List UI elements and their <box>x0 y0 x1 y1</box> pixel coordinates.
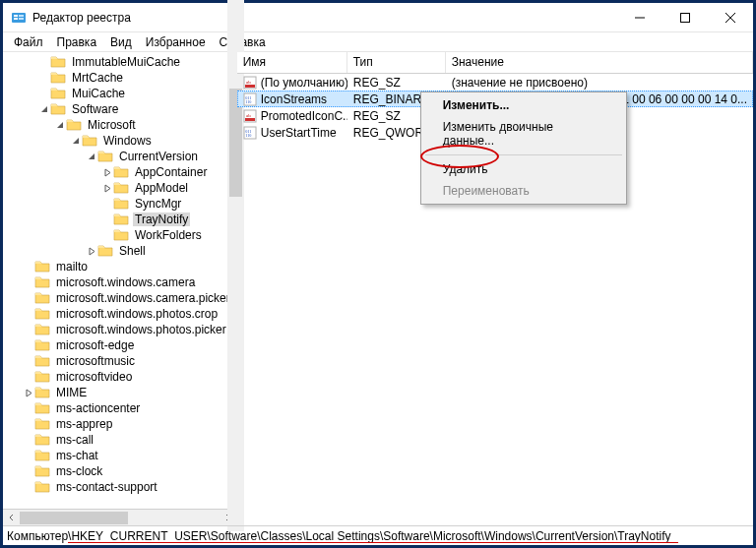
tree-item[interactable]: TrayNotify <box>3 212 236 227</box>
tree-item-label: Microsoft <box>86 118 138 132</box>
minimize-button[interactable] <box>617 3 662 32</box>
tree-item[interactable]: ImmutableMuiCache <box>3 54 236 70</box>
tree-item[interactable]: microsoft.windows.camera.picker <box>3 290 236 306</box>
folder-icon <box>34 337 54 354</box>
chevron-right-icon[interactable] <box>23 385 34 400</box>
tree-item-label: Shell <box>117 244 148 258</box>
tree-item-label: microsoft.windows.photos.crop <box>54 307 220 321</box>
tree-item[interactable]: AppModel <box>3 180 236 196</box>
annotation-underline <box>68 542 678 544</box>
tree-item[interactable]: MuiCache <box>3 86 236 101</box>
tree-hscrollbar[interactable] <box>3 509 236 525</box>
chevron-down-icon[interactable] <box>70 133 82 149</box>
titlebar: Редактор реестра <box>3 3 753 32</box>
folder-icon <box>34 306 54 323</box>
menu-view[interactable]: Вид <box>103 33 139 51</box>
col-type[interactable]: Тип <box>347 52 446 73</box>
tree-item[interactable]: mailto <box>3 259 236 274</box>
tree-item-label: ms-contact-support <box>54 480 159 494</box>
tree-item[interactable]: microsoft-edge <box>3 337 236 353</box>
tree-item[interactable]: Microsoft <box>3 117 236 133</box>
tree-item[interactable]: microsoftmusic <box>3 353 236 369</box>
body: ImmutableMuiCacheMrtCacheMuiCacheSoftwar… <box>3 52 753 525</box>
folder-icon <box>50 70 70 87</box>
folder-icon <box>34 400 54 417</box>
tree-item[interactable]: microsoftvideo <box>3 369 236 385</box>
tree-item[interactable]: ms-apprep <box>3 416 236 432</box>
registry-tree[interactable]: ImmutableMuiCacheMrtCacheMuiCacheSoftwar… <box>3 52 236 509</box>
value-row[interactable]: ab(По умолчанию)REG_SZ(значение не присв… <box>237 74 753 91</box>
window-title: Редактор реестра <box>32 11 617 25</box>
context-menu: Изменить...Изменить двоичные данные...Уд… <box>420 91 627 205</box>
folder-icon <box>113 180 133 197</box>
folder-icon <box>34 322 54 338</box>
twisty-none <box>23 463 34 479</box>
folder-icon <box>34 259 54 275</box>
tree-item[interactable]: CurrentVersion <box>3 149 236 164</box>
folder-icon <box>97 243 117 260</box>
menu-favorites[interactable]: Избранное <box>139 33 213 51</box>
chevron-down-icon[interactable] <box>54 117 66 133</box>
tree-item-label: microsoft.windows.camera.picker <box>54 291 232 305</box>
menu-edit[interactable]: Правка <box>50 33 104 51</box>
tree-item-label: MrtCache <box>70 71 125 85</box>
tree-item-label: AppModel <box>133 181 190 195</box>
values-pane: Имя Тип Значение ab(По умолчанию)REG_SZ(… <box>237 52 753 525</box>
tree-item[interactable]: ms-actioncenter <box>3 400 236 416</box>
folder-icon <box>113 196 133 213</box>
col-name[interactable]: Имя <box>237 52 347 73</box>
tree-item[interactable]: Shell <box>3 243 236 259</box>
tree-item[interactable]: MrtCache <box>3 70 236 86</box>
context-menu-item: Переименовать <box>423 180 624 202</box>
tree-item-label: MIME <box>54 386 89 399</box>
twisty-none <box>23 448 34 463</box>
chevron-right-icon[interactable] <box>101 180 113 196</box>
twisty-none <box>38 54 50 70</box>
chevron-right-icon[interactable] <box>86 243 97 259</box>
folder-icon <box>34 369 54 386</box>
svg-rect-2 <box>14 18 18 20</box>
svg-rect-3 <box>19 15 24 17</box>
tree-item[interactable]: microsoft.windows.photos.picker <box>3 322 236 337</box>
cell-name: 011110UserStartTime <box>237 126 347 140</box>
twisty-none <box>23 479 34 495</box>
twisty-none <box>23 432 34 448</box>
tree-item[interactable]: ms-contact-support <box>3 479 236 495</box>
tree-item[interactable]: ms-call <box>3 432 236 448</box>
tree-item-label: microsoftmusic <box>54 354 137 368</box>
close-button[interactable] <box>708 3 753 32</box>
tree-item[interactable]: Windows <box>3 133 236 149</box>
chevron-down-icon[interactable] <box>86 149 97 164</box>
tree-item-label: microsoft.windows.photos.picker <box>54 323 228 336</box>
list-header: Имя Тип Значение <box>237 52 753 74</box>
tree-item[interactable]: MIME <box>3 385 236 400</box>
tree-item-label: microsoft.windows.camera <box>54 275 197 289</box>
twisty-none <box>23 337 34 353</box>
tree-item[interactable]: ms-clock <box>3 463 236 479</box>
tree-item[interactable]: microsoft.windows.photos.crop <box>3 306 236 322</box>
context-menu-item[interactable]: Изменить... <box>423 94 624 116</box>
tree-item-label: ms-actioncenter <box>54 401 142 415</box>
folder-icon <box>66 117 86 134</box>
cell-name: 011110IconStreams <box>237 92 347 106</box>
col-value[interactable]: Значение <box>446 52 753 73</box>
chevron-right-icon[interactable] <box>101 164 113 180</box>
tree-item[interactable]: ms-chat <box>3 448 236 463</box>
tree-item[interactable]: AppContainer <box>3 164 236 180</box>
tree-item[interactable]: WorkFolders <box>3 227 236 243</box>
twisty-none <box>23 369 34 385</box>
twisty-none <box>23 306 34 322</box>
maximize-button[interactable] <box>662 3 708 32</box>
folder-icon <box>34 416 54 433</box>
tree-item[interactable]: SyncMgr <box>3 196 236 212</box>
tree-item[interactable]: microsoft.windows.camera <box>3 274 236 290</box>
context-menu-item[interactable]: Изменить двоичные данные... <box>423 116 624 152</box>
tree-item[interactable]: Software <box>3 101 236 117</box>
chevron-down-icon[interactable] <box>38 101 50 117</box>
scroll-left-icon[interactable] <box>3 510 20 526</box>
value-name-label: PromotedIconC... <box>261 109 347 123</box>
tree-item-label: ms-clock <box>54 464 104 478</box>
svg-rect-17 <box>245 118 255 121</box>
menu-file[interactable]: Файл <box>7 33 50 51</box>
context-menu-item[interactable]: Удалить <box>423 158 624 180</box>
